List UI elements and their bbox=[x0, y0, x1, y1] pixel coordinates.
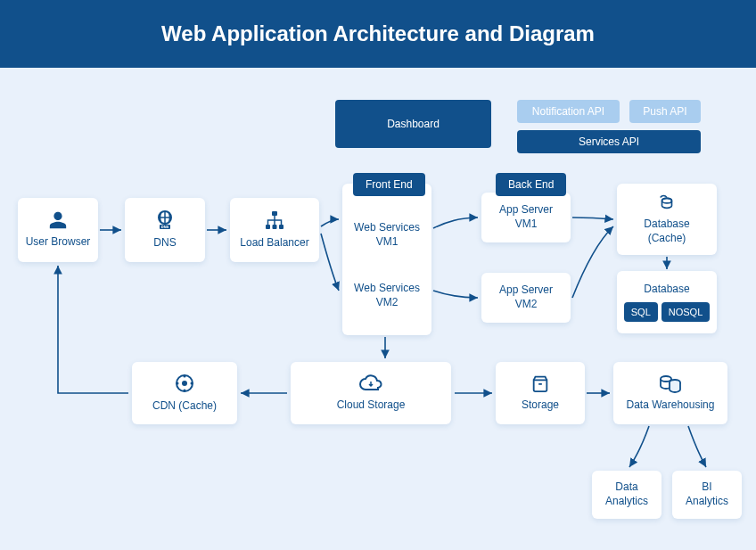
page-title: Web Application Architecture and Diagram bbox=[0, 0, 756, 68]
svg-rect-5 bbox=[273, 225, 277, 229]
database-cache-label: Database (Cache) bbox=[624, 218, 710, 245]
cloud-storage-node: Cloud Storage bbox=[291, 362, 451, 424]
storage-label: Storage bbox=[522, 398, 559, 413]
storage-node: Storage bbox=[496, 362, 585, 424]
cdn-cache-label: CDN (Cache) bbox=[152, 399, 217, 414]
user-browser-label: User Browser bbox=[26, 235, 91, 250]
svg-point-9 bbox=[182, 381, 187, 386]
front-end-badge: Front End bbox=[353, 173, 425, 196]
app-server-vm2-node: App Server VM2 bbox=[481, 273, 571, 323]
app-server-vm1-label: App Server VM1 bbox=[489, 203, 563, 231]
data-analytics-node: Data Analytics bbox=[592, 471, 662, 519]
web-services-vm2-label: Web Services VM2 bbox=[349, 282, 424, 309]
services-api-pill: Services API bbox=[517, 130, 701, 153]
network-icon bbox=[263, 209, 286, 231]
cloud-icon bbox=[358, 374, 383, 393]
cdn-cache-node: CDN (Cache) bbox=[132, 362, 237, 424]
nosql-chip: NOSQL bbox=[662, 302, 711, 322]
database-cache-icon bbox=[656, 193, 678, 212]
svg-text:DNS: DNS bbox=[161, 225, 169, 229]
data-warehousing-label: Data Warehousing bbox=[627, 398, 715, 413]
database-label: Database bbox=[644, 283, 689, 297]
bi-analytics-node: BI Analytics bbox=[672, 471, 742, 519]
push-api-pill: Push API bbox=[629, 100, 701, 123]
diagram-canvas: Dashboard Notification API Push API Serv… bbox=[0, 68, 756, 545]
svg-point-12 bbox=[177, 382, 179, 385]
svg-point-13 bbox=[191, 382, 193, 385]
svg-rect-3 bbox=[272, 211, 277, 216]
svg-point-10 bbox=[184, 375, 186, 378]
app-server-vm2-label: App Server VM2 bbox=[489, 283, 563, 311]
svg-rect-6 bbox=[279, 225, 284, 229]
back-end-badge: Back End bbox=[496, 173, 566, 196]
svg-rect-4 bbox=[266, 225, 270, 229]
load-balancer-label: Load Balancer bbox=[240, 236, 308, 250]
dns-label: DNS bbox=[153, 236, 176, 250]
dashboard-pill: Dashboard bbox=[335, 100, 491, 148]
svg-point-11 bbox=[184, 390, 186, 392]
cloud-storage-label: Cloud Storage bbox=[337, 398, 406, 413]
user-icon bbox=[48, 210, 68, 230]
sql-chip: SQL bbox=[624, 302, 658, 322]
warehouse-icon bbox=[659, 374, 682, 393]
web-services-vm1-label: Web Services VM1 bbox=[349, 221, 424, 249]
app-server-vm1-node: App Server VM1 bbox=[481, 193, 571, 242]
data-warehousing-node: Data Warehousing bbox=[613, 362, 727, 424]
bi-analytics-label: BI Analytics bbox=[679, 480, 735, 508]
front-end-column: Web Services VM1 Web Services VM2 bbox=[342, 184, 431, 335]
cdn-icon bbox=[174, 373, 195, 394]
notification-api-pill: Notification API bbox=[517, 100, 620, 123]
dns-node: DNS DNS bbox=[125, 198, 205, 262]
storage-icon bbox=[530, 374, 550, 393]
load-balancer-node: Load Balancer bbox=[230, 198, 319, 262]
database-node: Database SQL NOSQL bbox=[617, 271, 717, 333]
globe-icon: DNS bbox=[154, 209, 176, 231]
database-cache-node: Database (Cache) bbox=[617, 184, 717, 255]
user-browser-node: User Browser bbox=[18, 198, 98, 262]
svg-point-7 bbox=[662, 199, 672, 204]
data-analytics-label: Data Analytics bbox=[599, 480, 654, 508]
